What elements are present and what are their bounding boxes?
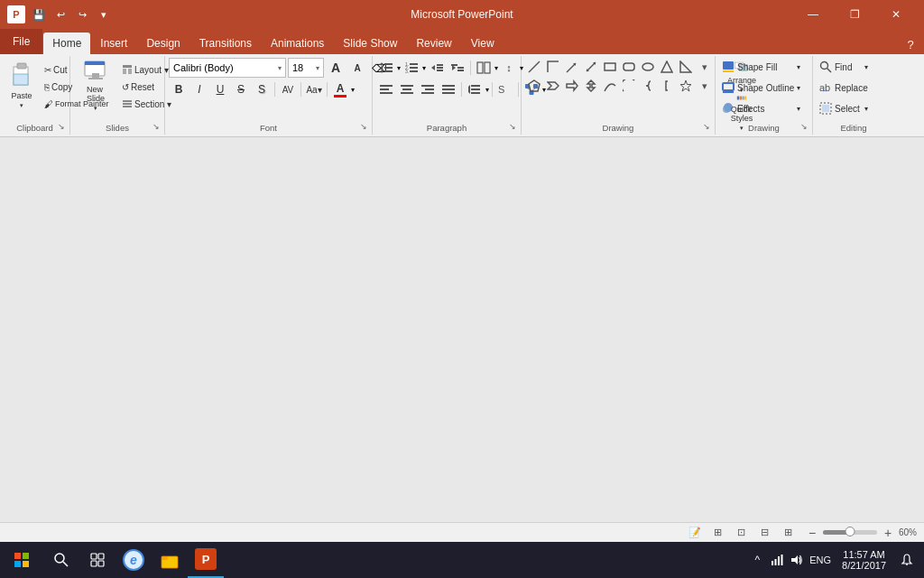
- ellipse-button[interactable]: [639, 58, 657, 76]
- line-spacing-arrow[interactable]: ▾: [485, 86, 489, 94]
- status-view3-icon[interactable]: ⊟: [757, 525, 773, 541]
- line-shape-button[interactable]: [525, 58, 543, 76]
- system-clock[interactable]: 11:57 AM 8/21/2017: [835, 542, 893, 578]
- notification-icon[interactable]: [893, 542, 920, 578]
- columns-button[interactable]: [474, 58, 494, 78]
- tab-insert[interactable]: Insert: [91, 33, 136, 54]
- font-size-selector[interactable]: 18 ▾: [288, 58, 324, 78]
- status-view2-icon[interactable]: ⊡: [734, 525, 750, 541]
- justify-button[interactable]: [439, 79, 458, 99]
- font-color-arrow[interactable]: ▾: [351, 86, 355, 94]
- elbow-connector-button[interactable]: [544, 58, 562, 76]
- shape-effects-button[interactable]: Effects ▾: [719, 99, 803, 117]
- redo-button[interactable]: ↪: [72, 5, 92, 24]
- bullets-arrow[interactable]: ▾: [397, 64, 401, 72]
- line-spacing-button[interactable]: [465, 79, 485, 99]
- taskbar-task-view-button[interactable]: [79, 542, 116, 578]
- drawing-expand-button[interactable]: ↘: [700, 120, 713, 133]
- columns-arrow[interactable]: ▾: [494, 64, 498, 72]
- undo-button[interactable]: ↩: [51, 5, 70, 24]
- shape-fill-arrow[interactable]: ▾: [797, 63, 800, 71]
- font-color-button[interactable]: A: [330, 79, 350, 99]
- close-button[interactable]: ✕: [875, 0, 917, 29]
- shapes-expand-button[interactable]: ▾: [696, 77, 714, 95]
- tab-review[interactable]: Review: [407, 33, 460, 54]
- font-name-selector[interactable]: Calibri (Body) ▾: [169, 58, 286, 78]
- zoom-slider[interactable]: [823, 530, 877, 535]
- customize-qat-button[interactable]: ▾: [94, 5, 114, 24]
- paragraph-expand-button[interactable]: ↘: [506, 120, 519, 133]
- chevron-button[interactable]: [544, 77, 562, 95]
- star-button[interactable]: [677, 77, 695, 95]
- status-notes-icon[interactable]: 📝: [687, 525, 703, 541]
- text-shadow-format-button[interactable]: S: [495, 79, 515, 99]
- right-arrow-button[interactable]: [563, 77, 581, 95]
- rounded-rect-button[interactable]: [620, 58, 638, 76]
- arc-button[interactable]: [620, 77, 638, 95]
- zoom-in-button[interactable]: +: [880, 525, 896, 541]
- start-button[interactable]: [0, 542, 43, 578]
- tray-volume-icon[interactable]: [788, 542, 806, 578]
- decrease-indent-button[interactable]: [427, 58, 447, 78]
- language-indicator[interactable]: ENG: [806, 555, 835, 565]
- shape-effects-arrow[interactable]: ▾: [797, 105, 800, 113]
- taskbar-powerpoint-icon[interactable]: P: [188, 542, 224, 578]
- bracket-button[interactable]: [658, 77, 676, 95]
- taskbar-explorer-icon[interactable]: [152, 542, 188, 578]
- align-left-button[interactable]: [376, 79, 396, 99]
- char-spacing-button[interactable]: AV: [278, 79, 298, 99]
- save-button[interactable]: 💾: [29, 5, 49, 24]
- rectangle-button[interactable]: [601, 58, 619, 76]
- change-case-button[interactable]: Aa▾: [304, 79, 324, 99]
- tab-design[interactable]: Design: [137, 33, 189, 54]
- tab-slideshow[interactable]: Slide Show: [334, 33, 406, 54]
- find-arrow[interactable]: ▾: [864, 63, 868, 71]
- double-arrow-button[interactable]: [582, 58, 600, 76]
- bold-button[interactable]: B: [169, 79, 189, 99]
- numbering-arrow[interactable]: ▾: [422, 64, 426, 72]
- paste-button[interactable]: Paste ▾: [4, 58, 40, 112]
- taskbar-search-button[interactable]: [43, 542, 79, 578]
- shape-outline-arrow[interactable]: ▾: [797, 84, 800, 92]
- tab-home[interactable]: Home: [43, 33, 90, 54]
- font-expand-button[interactable]: ↘: [357, 120, 370, 133]
- increase-indent-button[interactable]: [448, 58, 467, 78]
- shape-fill-button[interactable]: Shape Fill ▾: [719, 58, 803, 76]
- tab-transitions[interactable]: Transitions: [190, 33, 261, 54]
- shapes-more-button[interactable]: ▾: [696, 58, 714, 76]
- right-triangle-button[interactable]: [677, 58, 695, 76]
- minimize-button[interactable]: —: [792, 0, 834, 29]
- status-view4-icon[interactable]: ⊞: [781, 525, 797, 541]
- strikethrough-button[interactable]: S: [231, 79, 251, 99]
- tab-view[interactable]: View: [462, 33, 504, 54]
- text-direction-button[interactable]: ↕: [499, 58, 519, 78]
- underline-button[interactable]: U: [210, 79, 230, 99]
- isosceles-triangle-button[interactable]: [658, 58, 676, 76]
- decrease-font-button[interactable]: A: [347, 58, 367, 78]
- align-center-button[interactable]: [397, 79, 417, 99]
- clipboard-expand-button[interactable]: ↘: [55, 120, 68, 133]
- tray-network-icon[interactable]: [768, 542, 786, 578]
- curved-connector-button[interactable]: [601, 77, 619, 95]
- find-button[interactable]: Find ▾: [817, 58, 871, 76]
- select-button[interactable]: Select ▾: [817, 99, 871, 117]
- numbering-button[interactable]: 1.2.3.: [402, 58, 421, 78]
- brace-button[interactable]: [639, 77, 657, 95]
- pentagon-button[interactable]: [525, 77, 543, 95]
- align-right-button[interactable]: [418, 79, 438, 99]
- slides-expand-button[interactable]: ↘: [150, 120, 162, 133]
- select-arrow[interactable]: ▾: [864, 105, 868, 113]
- shapestyles-expand-button[interactable]: ↘: [798, 120, 810, 133]
- help-icon[interactable]: ?: [901, 34, 920, 54]
- zoom-out-button[interactable]: −: [804, 525, 820, 541]
- arrow-button[interactable]: [563, 58, 581, 76]
- increase-font-button[interactable]: A: [326, 58, 346, 78]
- shape-outline-button[interactable]: Shape Outline ▾: [719, 79, 803, 97]
- replace-button[interactable]: ab↔ Replace: [817, 79, 871, 97]
- tab-animations[interactable]: Animations: [262, 33, 333, 54]
- new-slide-button[interactable]: NewSlide ▾: [74, 58, 117, 112]
- tray-caret-icon[interactable]: ^: [748, 542, 766, 578]
- bullets-button[interactable]: [376, 58, 396, 78]
- tab-file[interactable]: File: [0, 29, 42, 54]
- restore-button[interactable]: ❐: [834, 0, 875, 29]
